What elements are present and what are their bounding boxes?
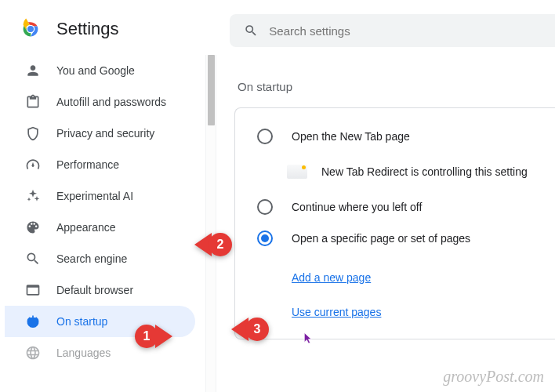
option-specific-page[interactable]: Open a specific page or set of pages: [257, 223, 547, 254]
option-new-tab[interactable]: Open the New Tab page: [257, 121, 547, 152]
person-icon: [25, 63, 41, 78]
extension-icon: [287, 165, 307, 179]
settings-header: Settings: [0, 0, 223, 55]
sidebar-item-label: Appearance: [56, 221, 116, 234]
sidebar-item-privacy[interactable]: Privacy and security: [5, 118, 195, 149]
option-label: Continue where you left off: [292, 201, 422, 213]
search-bar[interactable]: [230, 14, 555, 47]
sidebar-item-you-and-google[interactable]: You and Google: [5, 55, 195, 86]
chrome-logo-icon: [19, 17, 42, 41]
annotation-callout-1: 1: [135, 325, 172, 348]
sidebar-item-label: Privacy and security: [56, 127, 154, 140]
extension-info-row: New Tab Redirect is controlling this set…: [257, 152, 547, 191]
sidebar-scrollbar[interactable]: [205, 55, 216, 392]
add-new-page-link[interactable]: Add a new page: [257, 267, 547, 289]
globe-icon: [25, 345, 41, 361]
shield-icon: [25, 125, 41, 141]
sidebar-item-label: You and Google: [56, 64, 135, 77]
speedometer-icon: [25, 157, 41, 172]
cursor-icon: [300, 330, 314, 347]
page-title: Settings: [56, 19, 119, 39]
watermark: groovyPost.com: [443, 368, 544, 386]
info-text: New Tab Redirect is controlling this set…: [321, 165, 528, 178]
sidebar-item-experimental-ai[interactable]: Experimental AI: [5, 180, 195, 212]
startup-card: Open the New Tab page New Tab Redirect i…: [234, 107, 555, 339]
sidebar: You and Google Autofill and passwords Pr…: [0, 55, 223, 368]
palette-icon: [25, 220, 41, 235]
sidebar-item-label: Search engine: [56, 252, 127, 265]
annotation-callout-2: 2: [194, 233, 232, 256]
option-label: Open the New Tab page: [292, 130, 410, 143]
sidebar-item-appearance[interactable]: Appearance: [5, 212, 195, 243]
option-label: Open a specific page or set of pages: [292, 232, 470, 245]
radio-icon: [257, 199, 273, 215]
section-title: On startup: [230, 55, 555, 107]
sidebar-item-default-browser[interactable]: Default browser: [5, 274, 195, 306]
sidebar-item-autofill[interactable]: Autofill and passwords: [5, 86, 195, 118]
sidebar-item-label: Default browser: [56, 284, 133, 296]
sidebar-item-label: Languages: [56, 347, 111, 359]
annotation-callout-3: 3: [231, 318, 269, 341]
sidebar-item-label: On startup: [56, 315, 107, 328]
power-icon: [25, 314, 41, 329]
sidebar-item-label: Performance: [56, 158, 119, 171]
clipboard-icon: [25, 94, 41, 110]
radio-icon: [257, 129, 273, 144]
sparkle-icon: [25, 188, 41, 204]
radio-icon-checked: [257, 230, 273, 246]
search-icon: [244, 23, 258, 38]
sidebar-item-label: Experimental AI: [56, 190, 133, 202]
browser-icon: [25, 282, 41, 298]
sidebar-item-search-engine[interactable]: Search engine: [5, 243, 195, 274]
sidebar-item-label: Autofill and passwords: [56, 96, 166, 108]
search-input[interactable]: [269, 24, 541, 38]
sidebar-item-performance[interactable]: Performance: [5, 149, 195, 180]
option-continue[interactable]: Continue where you left off: [257, 191, 547, 223]
search-icon: [25, 251, 41, 267]
use-current-pages-link[interactable]: Use current pages: [257, 301, 547, 323]
